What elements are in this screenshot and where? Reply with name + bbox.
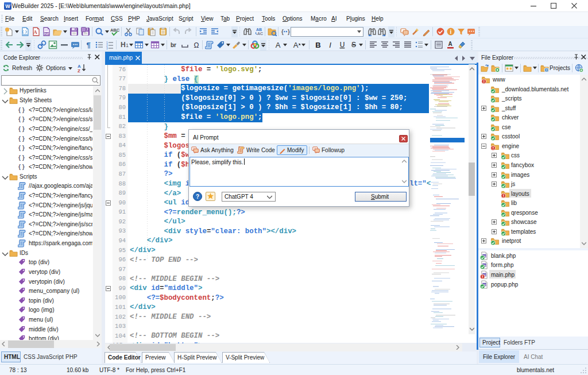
svg-text:AB: AB — [256, 28, 262, 32]
svg-text:{ }: { } — [18, 126, 25, 132]
svg-text:AC: AC — [257, 32, 263, 36]
svg-text:{ }: { } — [18, 145, 25, 151]
svg-text:{ }: { } — [18, 116, 25, 122]
svg-text:i: i — [450, 29, 452, 35]
svg-text:H: H — [121, 41, 126, 49]
svg-text:Z: Z — [78, 68, 80, 72]
svg-text:A: A — [276, 41, 281, 49]
svg-text:S: S — [351, 41, 356, 49]
svg-text:1: 1 — [126, 42, 129, 48]
svg-text:{ }: { } — [18, 164, 25, 170]
svg-text:Ω: Ω — [194, 41, 199, 49]
svg-text:U: U — [340, 41, 345, 49]
svg-text:W: W — [5, 3, 10, 9]
svg-text:{: { — [281, 29, 284, 35]
svg-text:br: br — [171, 42, 176, 48]
svg-text:3: 3 — [106, 47, 108, 49]
svg-text:¶: ¶ — [86, 41, 90, 49]
svg-text:B: B — [315, 41, 320, 49]
svg-text:ABC: ABC — [110, 28, 119, 33]
svg-text:A: A — [33, 29, 37, 35]
svg-text:PHP: PHP — [44, 33, 49, 36]
svg-text:{ }: { } — [18, 154, 25, 161]
svg-text:?: ? — [196, 194, 199, 200]
svg-text:I: I — [329, 41, 331, 49]
svg-text:{ }: { } — [18, 107, 25, 113]
svg-text:A: A — [293, 41, 299, 49]
svg-text:{ }: { } — [18, 136, 25, 142]
svg-text:A: A — [448, 41, 452, 47]
svg-text:}: } — [288, 29, 290, 35]
